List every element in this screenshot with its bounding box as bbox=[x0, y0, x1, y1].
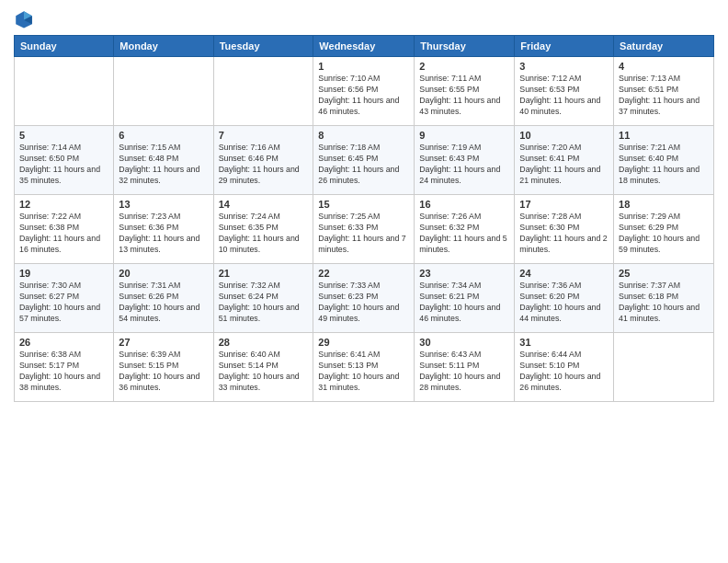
calendar-cell: 6Sunrise: 7:15 AM Sunset: 6:48 PM Daylig… bbox=[114, 126, 213, 195]
day-info: Sunrise: 7:30 AM Sunset: 6:27 PM Dayligh… bbox=[19, 281, 108, 325]
calendar-table: SundayMondayTuesdayWednesdayThursdayFrid… bbox=[14, 35, 714, 402]
calendar-cell: 22Sunrise: 7:33 AM Sunset: 6:23 PM Dayli… bbox=[313, 264, 415, 333]
calendar-cell: 30Sunrise: 6:43 AM Sunset: 5:11 PM Dayli… bbox=[415, 333, 515, 402]
page: SundayMondayTuesdayWednesdayThursdayFrid… bbox=[0, 0, 728, 563]
day-info: Sunrise: 7:29 AM Sunset: 6:29 PM Dayligh… bbox=[619, 212, 709, 256]
weekday-header: Saturday bbox=[614, 36, 714, 57]
calendar-cell: 29Sunrise: 6:41 AM Sunset: 5:13 PM Dayli… bbox=[313, 333, 415, 402]
calendar-cell: 16Sunrise: 7:26 AM Sunset: 6:32 PM Dayli… bbox=[415, 195, 515, 264]
day-number: 23 bbox=[419, 268, 509, 279]
logo-icon bbox=[14, 9, 34, 29]
day-info: Sunrise: 6:43 AM Sunset: 5:11 PM Dayligh… bbox=[419, 350, 509, 394]
day-info: Sunrise: 7:18 AM Sunset: 6:45 PM Dayligh… bbox=[318, 143, 409, 187]
day-info: Sunrise: 7:31 AM Sunset: 6:26 PM Dayligh… bbox=[119, 281, 208, 325]
day-info: Sunrise: 7:24 AM Sunset: 6:35 PM Dayligh… bbox=[219, 212, 309, 256]
calendar-cell bbox=[213, 57, 313, 126]
calendar-cell: 31Sunrise: 6:44 AM Sunset: 5:10 PM Dayli… bbox=[515, 333, 614, 402]
calendar-cell: 15Sunrise: 7:25 AM Sunset: 6:33 PM Dayli… bbox=[313, 195, 415, 264]
calendar-cell: 2Sunrise: 7:11 AM Sunset: 6:55 PM Daylig… bbox=[415, 57, 515, 126]
calendar-cell: 25Sunrise: 7:37 AM Sunset: 6:18 PM Dayli… bbox=[614, 264, 714, 333]
day-number: 10 bbox=[519, 130, 609, 141]
weekday-header: Monday bbox=[114, 36, 213, 57]
day-info: Sunrise: 7:23 AM Sunset: 6:36 PM Dayligh… bbox=[119, 212, 208, 256]
calendar-week-row: 1Sunrise: 7:10 AM Sunset: 6:56 PM Daylig… bbox=[15, 57, 714, 126]
calendar-cell: 19Sunrise: 7:30 AM Sunset: 6:27 PM Dayli… bbox=[15, 264, 114, 333]
day-info: Sunrise: 7:37 AM Sunset: 6:18 PM Dayligh… bbox=[619, 281, 709, 325]
calendar-cell: 28Sunrise: 6:40 AM Sunset: 5:14 PM Dayli… bbox=[213, 333, 313, 402]
day-info: Sunrise: 7:15 AM Sunset: 6:48 PM Dayligh… bbox=[119, 143, 208, 187]
calendar-cell: 27Sunrise: 6:39 AM Sunset: 5:15 PM Dayli… bbox=[114, 333, 213, 402]
weekday-header: Tuesday bbox=[213, 36, 313, 57]
day-info: Sunrise: 6:44 AM Sunset: 5:10 PM Dayligh… bbox=[519, 350, 609, 394]
calendar-week-row: 12Sunrise: 7:22 AM Sunset: 6:38 PM Dayli… bbox=[15, 195, 714, 264]
calendar-cell: 20Sunrise: 7:31 AM Sunset: 6:26 PM Dayli… bbox=[114, 264, 213, 333]
day-number: 15 bbox=[318, 199, 409, 210]
weekday-header: Wednesday bbox=[313, 36, 415, 57]
day-number: 19 bbox=[19, 268, 108, 279]
calendar-cell: 13Sunrise: 7:23 AM Sunset: 6:36 PM Dayli… bbox=[114, 195, 213, 264]
weekday-header: Friday bbox=[515, 36, 614, 57]
calendar-cell: 12Sunrise: 7:22 AM Sunset: 6:38 PM Dayli… bbox=[15, 195, 114, 264]
day-number: 17 bbox=[519, 199, 609, 210]
day-number: 26 bbox=[19, 337, 108, 348]
day-number: 21 bbox=[219, 268, 309, 279]
day-info: Sunrise: 7:14 AM Sunset: 6:50 PM Dayligh… bbox=[19, 143, 108, 187]
day-info: Sunrise: 7:36 AM Sunset: 6:20 PM Dayligh… bbox=[519, 281, 609, 325]
day-number: 1 bbox=[318, 61, 409, 72]
day-number: 25 bbox=[619, 268, 709, 279]
day-info: Sunrise: 7:11 AM Sunset: 6:55 PM Dayligh… bbox=[419, 74, 509, 118]
day-number: 12 bbox=[19, 199, 108, 210]
calendar-cell: 7Sunrise: 7:16 AM Sunset: 6:46 PM Daylig… bbox=[213, 126, 313, 195]
calendar-cell bbox=[614, 333, 714, 402]
day-info: Sunrise: 7:16 AM Sunset: 6:46 PM Dayligh… bbox=[219, 143, 309, 187]
calendar-cell: 3Sunrise: 7:12 AM Sunset: 6:53 PM Daylig… bbox=[515, 57, 614, 126]
calendar-cell bbox=[114, 57, 213, 126]
day-info: Sunrise: 7:25 AM Sunset: 6:33 PM Dayligh… bbox=[318, 212, 409, 256]
day-number: 2 bbox=[419, 61, 509, 72]
day-number: 9 bbox=[419, 130, 509, 141]
day-info: Sunrise: 6:40 AM Sunset: 5:14 PM Dayligh… bbox=[219, 350, 309, 394]
calendar-cell: 1Sunrise: 7:10 AM Sunset: 6:56 PM Daylig… bbox=[313, 57, 415, 126]
day-info: Sunrise: 7:13 AM Sunset: 6:51 PM Dayligh… bbox=[619, 74, 709, 118]
header bbox=[14, 9, 714, 29]
calendar-cell: 4Sunrise: 7:13 AM Sunset: 6:51 PM Daylig… bbox=[614, 57, 714, 126]
day-number: 8 bbox=[318, 130, 409, 141]
calendar-cell: 5Sunrise: 7:14 AM Sunset: 6:50 PM Daylig… bbox=[15, 126, 114, 195]
day-number: 14 bbox=[219, 199, 309, 210]
day-info: Sunrise: 6:38 AM Sunset: 5:17 PM Dayligh… bbox=[19, 350, 108, 394]
day-number: 16 bbox=[419, 199, 509, 210]
day-number: 13 bbox=[119, 199, 208, 210]
day-number: 29 bbox=[318, 337, 409, 348]
weekday-header: Thursday bbox=[415, 36, 515, 57]
day-number: 18 bbox=[619, 199, 709, 210]
weekday-header-row: SundayMondayTuesdayWednesdayThursdayFrid… bbox=[15, 36, 714, 57]
day-number: 28 bbox=[219, 337, 309, 348]
day-number: 27 bbox=[119, 337, 208, 348]
day-number: 20 bbox=[119, 268, 208, 279]
day-info: Sunrise: 7:32 AM Sunset: 6:24 PM Dayligh… bbox=[219, 281, 309, 325]
calendar-cell: 8Sunrise: 7:18 AM Sunset: 6:45 PM Daylig… bbox=[313, 126, 415, 195]
calendar-cell: 18Sunrise: 7:29 AM Sunset: 6:29 PM Dayli… bbox=[614, 195, 714, 264]
calendar-cell: 26Sunrise: 6:38 AM Sunset: 5:17 PM Dayli… bbox=[15, 333, 114, 402]
calendar-cell: 24Sunrise: 7:36 AM Sunset: 6:20 PM Dayli… bbox=[515, 264, 614, 333]
day-info: Sunrise: 7:10 AM Sunset: 6:56 PM Dayligh… bbox=[318, 74, 409, 118]
day-info: Sunrise: 7:28 AM Sunset: 6:30 PM Dayligh… bbox=[519, 212, 609, 256]
day-info: Sunrise: 7:12 AM Sunset: 6:53 PM Dayligh… bbox=[519, 74, 609, 118]
day-info: Sunrise: 7:19 AM Sunset: 6:43 PM Dayligh… bbox=[419, 143, 509, 187]
day-number: 5 bbox=[19, 130, 108, 141]
day-info: Sunrise: 7:21 AM Sunset: 6:40 PM Dayligh… bbox=[619, 143, 709, 187]
day-info: Sunrise: 7:22 AM Sunset: 6:38 PM Dayligh… bbox=[19, 212, 108, 256]
day-number: 7 bbox=[219, 130, 309, 141]
calendar-cell: 23Sunrise: 7:34 AM Sunset: 6:21 PM Dayli… bbox=[415, 264, 515, 333]
day-number: 4 bbox=[619, 61, 709, 72]
day-info: Sunrise: 7:34 AM Sunset: 6:21 PM Dayligh… bbox=[419, 281, 509, 325]
calendar-week-row: 26Sunrise: 6:38 AM Sunset: 5:17 PM Dayli… bbox=[15, 333, 714, 402]
day-number: 11 bbox=[619, 130, 709, 141]
calendar-cell: 9Sunrise: 7:19 AM Sunset: 6:43 PM Daylig… bbox=[415, 126, 515, 195]
logo bbox=[14, 9, 38, 29]
calendar-week-row: 19Sunrise: 7:30 AM Sunset: 6:27 PM Dayli… bbox=[15, 264, 714, 333]
day-number: 3 bbox=[519, 61, 609, 72]
day-info: Sunrise: 7:26 AM Sunset: 6:32 PM Dayligh… bbox=[419, 212, 509, 256]
day-info: Sunrise: 6:39 AM Sunset: 5:15 PM Dayligh… bbox=[119, 350, 208, 394]
day-info: Sunrise: 7:33 AM Sunset: 6:23 PM Dayligh… bbox=[318, 281, 409, 325]
